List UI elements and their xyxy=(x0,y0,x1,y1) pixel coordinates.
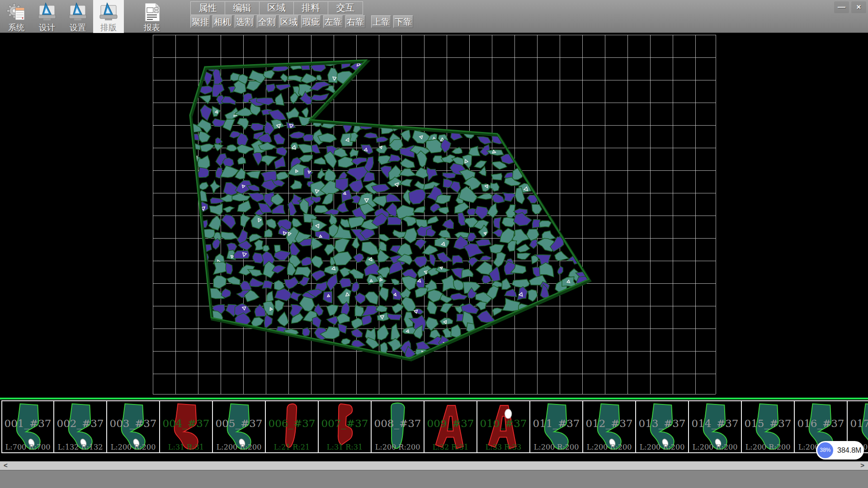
piece-thumbnail[interactable]: 008_#37L:200 R:200 xyxy=(372,400,425,453)
tab-properties[interactable]: 属性 xyxy=(191,2,225,14)
minimize-button[interactable]: — xyxy=(834,1,849,13)
piece-lr-count: L:700 R:700 xyxy=(2,443,53,451)
piece-id-label: 003_#37 xyxy=(107,418,159,429)
piece-lr-count: L:200 R:200 xyxy=(107,443,159,451)
piece-id-label: 008_#37 xyxy=(372,418,424,429)
menu-tab-bar: 属性编辑区域排料交互 xyxy=(190,1,363,15)
scroll-left-arrow-icon[interactable]: < xyxy=(4,461,8,470)
piece-id-label: 015_#37 xyxy=(742,418,794,429)
snap-top-button[interactable]: 上靠 xyxy=(371,15,391,28)
piece-id-label: 009_#37 xyxy=(425,418,476,429)
cluster-nest-button[interactable]: 聚排 xyxy=(190,15,210,28)
piece-id-label: 012_#37 xyxy=(583,418,635,429)
piece-lr-count: L:31 R:31 xyxy=(319,443,371,451)
piece-thumbnail[interactable]: 003_#37L:200 R:200 xyxy=(107,400,160,453)
window-controls: — × xyxy=(834,1,866,13)
camera-button[interactable]: 相机 xyxy=(212,15,232,28)
top-toolbar: 系统设计设置排版报表 属性编辑区域排料交互 聚排相机选割全割区域瑕疵左靠右靠上靠… xyxy=(0,0,868,33)
piece-lr-count: L:33 R:33 xyxy=(477,443,529,451)
toolbar-button-label: 系统 xyxy=(8,23,24,32)
piece-id-label: 016_#37 xyxy=(795,418,847,429)
snap-left-button[interactable]: 左靠 xyxy=(323,15,343,28)
piece-id-label: 005_#37 xyxy=(213,418,265,429)
select-cut-button[interactable]: 选割 xyxy=(235,15,255,28)
tab-interaction[interactable]: 交互 xyxy=(328,2,363,14)
piece-thumbnail[interactable]: 004_#37L:31 R:31 xyxy=(160,400,213,453)
design-ruler-icon xyxy=(37,1,57,23)
horizontal-scrollbar[interactable]: < > xyxy=(0,461,868,470)
piece-id-label: 013_#37 xyxy=(636,418,688,429)
piece-thumbnail-strip: 001_#37L:700 R:700002_#37L:132 R:132003_… xyxy=(0,398,868,461)
piece-thumbnail[interactable]: 013_#37L:200 R:200 xyxy=(636,400,689,453)
snap-bottom-button[interactable]: 下靠 xyxy=(393,15,413,28)
piece-thumbnail[interactable]: 001_#37L:700 R:700 xyxy=(1,400,54,453)
piece-lr-count: L:200 R:200 xyxy=(583,443,635,451)
piece-thumbnail[interactable]: 002_#37L:132 R:132 xyxy=(54,400,107,453)
region-button[interactable]: 区域 xyxy=(279,15,299,28)
piece-id-label: 014_#37 xyxy=(689,418,741,429)
close-button[interactable]: × xyxy=(851,1,866,13)
system-button[interactable]: 系统 xyxy=(1,0,32,33)
piece-thumbnail[interactable]: 011_#37L:200 R:200 xyxy=(530,400,583,453)
piece-thumbnail[interactable]: 005_#37L:200 R:200 xyxy=(213,400,266,453)
progress-circle: 38% xyxy=(817,442,833,458)
toolbar-button-label: 设置 xyxy=(70,23,86,32)
piece-id-label: 010_#37 xyxy=(477,418,529,429)
scroll-right-arrow-icon[interactable]: > xyxy=(860,461,864,470)
piece-id-label: 006_#37 xyxy=(266,418,318,429)
piece-thumbnail[interactable]: 007_#37L:31 R:31 xyxy=(319,400,372,453)
piece-lr-count: L:200 R:200 xyxy=(530,443,582,451)
tab-region[interactable]: 区域 xyxy=(259,2,294,14)
piece-id-label: 002_#37 xyxy=(54,418,106,429)
settings-button[interactable]: 设置 xyxy=(62,0,93,33)
piece-id-label: 007_#37 xyxy=(319,418,371,429)
snap-right-button[interactable]: 右靠 xyxy=(345,15,365,28)
layout-ruler-icon xyxy=(98,1,119,23)
nesting-canvas-area[interactable] xyxy=(0,33,868,399)
piece-thumbnail[interactable]: 014_#37L:200 R:200 xyxy=(689,400,742,453)
piece-thumbnail[interactable]: 012_#37L:200 R:200 xyxy=(583,400,636,453)
settings-ruler-icon xyxy=(67,1,88,23)
piece-thumbnail[interactable]: 010_#37L:33 R:33 xyxy=(477,400,530,453)
piece-lr-count: L:200 R:200 xyxy=(742,443,794,451)
design-button[interactable]: 设计 xyxy=(32,0,62,33)
thumbnail-cells: 001_#37L:700 R:700002_#37L:132 R:132003_… xyxy=(1,400,868,453)
defect-button[interactable]: 瑕疵 xyxy=(301,15,321,28)
piece-thumbnail[interactable]: 009_#37L:32 R:31 xyxy=(425,400,477,453)
system-gear-icon xyxy=(6,1,27,23)
strip-accent-line xyxy=(0,398,868,399)
application-window: 系统设计设置排版报表 属性编辑区域排料交互 聚排相机选割全割区域瑕疵左靠右靠上靠… xyxy=(0,0,868,488)
piece-thumbnail[interactable]: 006_#37L:21 R:21 xyxy=(266,400,319,453)
piece-lr-count: L:200 R:200 xyxy=(689,443,741,451)
piece-id-label: 001_#37 xyxy=(2,418,53,429)
toolbar-button-label: 排版 xyxy=(100,23,117,32)
cut-all-button[interactable]: 全割 xyxy=(257,15,277,28)
layout-button[interactable]: 排版 xyxy=(93,0,124,33)
report-button[interactable]: 报表 xyxy=(137,0,167,33)
piece-id-label: 017_#37 xyxy=(848,418,868,429)
piece-lr-count: L:200 R:200 xyxy=(372,443,424,451)
nesting-canvas[interactable] xyxy=(0,33,868,399)
report-document-icon xyxy=(142,1,162,23)
status-bar xyxy=(0,470,868,488)
piece-thumbnail[interactable]: 015_#37L:200 R:200 xyxy=(742,400,795,453)
piece-lr-count: L:200 R:200 xyxy=(213,443,265,451)
tab-edit[interactable]: 编辑 xyxy=(225,2,259,14)
piece-lr-count: L:32 R:31 xyxy=(425,443,476,451)
piece-id-label: 011_#37 xyxy=(530,418,582,429)
toolbar-button-label: 设计 xyxy=(39,23,55,32)
memory-badge[interactable]: 38% 384.8M xyxy=(816,441,864,460)
piece-lr-count: L:21 R:21 xyxy=(266,443,318,451)
piece-lr-count: L:132 R:132 xyxy=(54,443,106,451)
piece-lr-count: L:200 R:200 xyxy=(636,443,688,451)
piece-lr-count: L:31 R:31 xyxy=(160,443,212,451)
piece-id-label: 004_#37 xyxy=(160,418,212,429)
tab-nesting[interactable]: 排料 xyxy=(294,2,328,14)
memory-value: 384.8M xyxy=(837,446,861,455)
toolbar-button-label: 报表 xyxy=(144,23,160,32)
tool-button-row: 聚排相机选割全割区域瑕疵左靠右靠上靠下靠 xyxy=(190,15,413,28)
nested-pieces xyxy=(185,56,592,358)
